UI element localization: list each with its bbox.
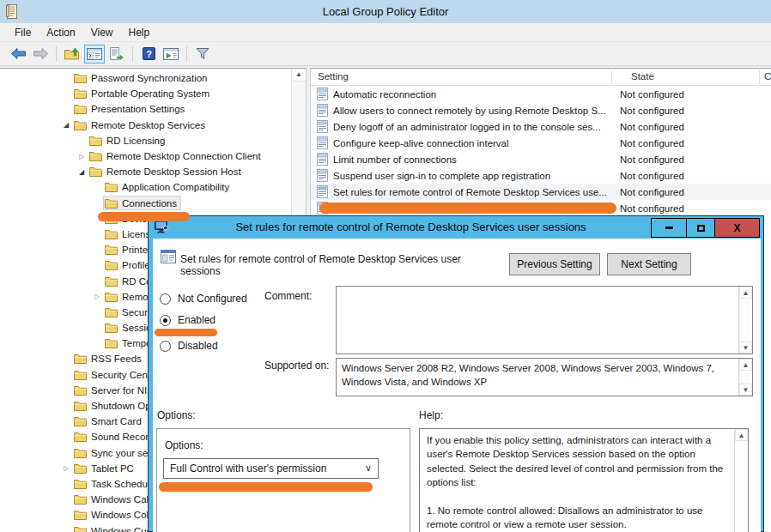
radio-label: Not Configured <box>178 293 247 305</box>
folder-icon <box>105 338 118 348</box>
remote-control-level-dropdown[interactable]: Full Control with user's permission ∨ <box>163 458 379 479</box>
folder-icon <box>89 151 102 161</box>
dialog-titlebar: Set rules for remote control of Remote D… <box>149 216 763 239</box>
filter-button[interactable] <box>192 45 213 63</box>
menu-item-help[interactable]: Help <box>121 25 158 40</box>
folder-icon <box>74 401 87 411</box>
folder-icon <box>74 370 87 380</box>
expand-icon[interactable]: ▷ <box>60 464 72 472</box>
folder-icon <box>74 494 87 505</box>
export-list-icon <box>110 47 124 60</box>
scroll-down-icon[interactable]: ▼ <box>739 384 752 396</box>
tree-item-rd-licensing[interactable]: RD Licensing <box>0 133 290 148</box>
tree-item-label: Server for NIS <box>91 385 154 396</box>
column-divider[interactable] <box>611 70 612 84</box>
scroll-up-icon[interactable]: ▲ <box>739 359 752 371</box>
tree-item-portable-operating-system[interactable]: Portable Operating System <box>0 86 290 101</box>
show-action-pane-icon <box>163 48 179 60</box>
show-console-tree-button[interactable] <box>84 45 105 63</box>
folder-icon <box>74 448 87 458</box>
list-row-deny-logoff-of-an-administrator-logged-i[interactable]: Deny logoff of an administrator logged i… <box>311 118 771 135</box>
tree-item-password-synchronization[interactable]: Password Synchronization <box>0 70 290 86</box>
tree-item-remote-desktop-services[interactable]: ◢Remote Desktop Services <box>0 118 290 133</box>
state-cell: Not configured <box>620 122 684 132</box>
export-list-button[interactable] <box>106 45 127 63</box>
setting-cell: Limit number of connections <box>333 154 616 165</box>
tree-item-application-compatibility[interactable]: Application Compatibility <box>0 179 290 195</box>
radio-label: Enabled <box>178 314 216 326</box>
expand-icon[interactable]: ▷ <box>76 153 88 160</box>
menu-item-view[interactable]: View <box>83 25 121 40</box>
radio-not-configured[interactable]: Not Configured <box>160 292 247 305</box>
column-divider[interactable] <box>759 70 760 84</box>
tree-item-connections[interactable]: Connections <box>0 196 290 211</box>
tree-item-presentation-settings[interactable]: Presentation Settings <box>0 101 290 117</box>
collapse-icon[interactable]: ◢ <box>60 121 72 129</box>
options-group-label: Options: <box>165 439 203 451</box>
help-scrollbar[interactable]: ▲ <box>734 429 748 532</box>
list-row-limit-number-of-connections[interactable]: Limit number of connectionsNot configure… <box>311 151 771 167</box>
svg-text:?: ? <box>146 49 152 59</box>
folder-icon <box>74 432 87 442</box>
settings-list: Automatic reconnectionNot configuredAllo… <box>311 86 771 216</box>
radio-button-icon[interactable] <box>160 341 171 352</box>
comment-input[interactable]: ▲ ▼ <box>336 286 753 354</box>
menu-item-file[interactable]: File <box>7 25 39 40</box>
policy-doc-icon <box>317 104 328 117</box>
folder-icon <box>74 120 87 130</box>
menu-item-action[interactable]: Action <box>39 25 82 40</box>
folder-icon <box>105 229 118 239</box>
tree-item-remote-desktop-connection-client[interactable]: ▷Remote Desktop Connection Client <box>0 148 290 164</box>
list-row-allow-users-to-connect-remotely-by-using[interactable]: Allow users to connect remotely by using… <box>311 102 771 118</box>
column-header-state[interactable]: State <box>631 71 654 82</box>
forward-button[interactable] <box>30 45 51 63</box>
scroll-up-icon[interactable]: ▲ <box>739 287 752 299</box>
folder-icon <box>74 463 87 474</box>
comment-scrollbar[interactable]: ▲ ▼ <box>738 287 752 354</box>
back-icon <box>10 47 27 60</box>
list-row-set-rules-for-remote-control-of-remote-d[interactable]: Set rules for remote control of Remote D… <box>311 184 771 200</box>
show-action-pane-button[interactable] <box>161 45 181 63</box>
folder-icon <box>74 354 87 364</box>
maximize-button[interactable] <box>687 219 715 237</box>
dropdown-value: Full Control with user's permission <box>170 462 326 475</box>
tree-item-label: Tablet PC <box>91 463 134 474</box>
radio-button-icon[interactable] <box>160 293 171 305</box>
chevron-down-icon: ∨ <box>365 462 372 474</box>
list-row-suspend-user-sign-in-to-complete-app-reg[interactable]: Suspend user sign-in to complete app reg… <box>311 167 771 184</box>
scroll-up-icon[interactable]: ▲ <box>292 69 306 82</box>
policy-doc-icon <box>317 88 328 100</box>
radio-enabled[interactable]: Enabled <box>160 313 216 327</box>
radio-disabled[interactable]: Disabled <box>160 339 218 353</box>
scroll-up-icon[interactable]: ▲ <box>735 429 748 441</box>
tree-item-remote-desktop-session-host[interactable]: ◢Remote Desktop Session Host <box>0 164 290 179</box>
next-setting-button[interactable]: Next Setting <box>607 253 691 275</box>
comment-label: Comment: <box>264 290 312 302</box>
options-label: Options: <box>157 409 196 421</box>
folder-icon <box>105 307 118 317</box>
setting-cell: Automatic reconnection <box>333 89 616 100</box>
folder-icon <box>74 526 87 532</box>
help-button[interactable]: ? <box>138 45 159 63</box>
previous-setting-button[interactable]: Previous Setting <box>509 253 600 275</box>
highlight-dropdown <box>159 482 373 492</box>
radio-button-icon[interactable] <box>160 315 171 326</box>
policy-doc-icon <box>317 120 328 133</box>
policy-doc-icon <box>317 136 328 149</box>
highlight-enabled <box>155 329 217 336</box>
column-header-comment[interactable]: Comment <box>764 71 771 82</box>
expand-icon[interactable]: ▷ <box>91 293 103 300</box>
close-button[interactable]: X <box>715 219 759 237</box>
folder-icon <box>105 323 118 333</box>
scroll-down-icon[interactable]: ▼ <box>739 342 752 354</box>
column-header-setting[interactable]: Setting <box>318 71 349 82</box>
supported-scrollbar[interactable]: ▲ ▼ <box>738 359 752 396</box>
minimize-button[interactable] <box>652 219 687 237</box>
list-row-automatic-reconnection[interactable]: Automatic reconnectionNot configured <box>311 86 771 102</box>
collapse-icon[interactable]: ◢ <box>76 168 88 176</box>
close-icon: X <box>733 222 740 234</box>
up-one-level-button[interactable] <box>62 45 82 63</box>
folder-icon <box>105 292 118 302</box>
list-row-configure-keep-alive-connection-interval[interactable]: Configure keep-alive connection interval… <box>311 135 771 151</box>
back-button[interactable] <box>8 45 28 63</box>
